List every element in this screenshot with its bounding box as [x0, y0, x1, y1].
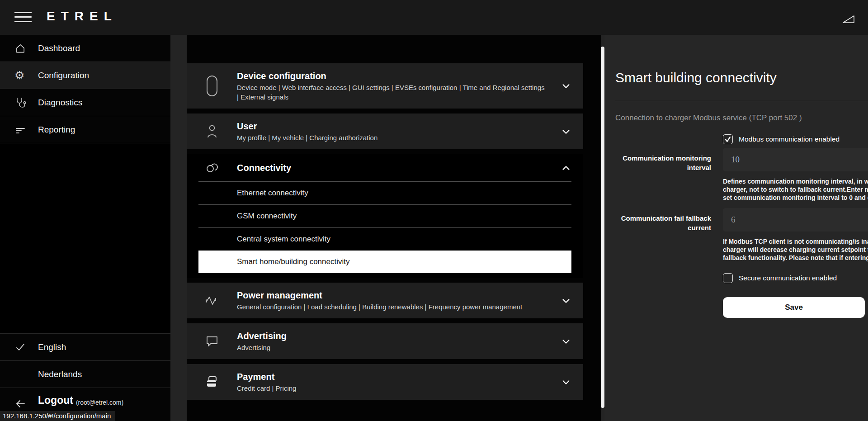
stethoscope-icon — [14, 97, 34, 109]
sidebar-item-label: Dashboard — [38, 43, 80, 53]
language-item-nederlands[interactable]: Nederlands — [0, 360, 170, 388]
section-title: Advertising — [237, 330, 545, 342]
section-subtitle: General configuration | Load scheduling … — [237, 302, 545, 312]
sidebar-item-diagnostics[interactable]: Diagnostics — [0, 89, 170, 116]
smart-building-connectivity-panel: Smart building connectivity Connection t… — [604, 35, 868, 421]
chevron-up-icon[interactable] — [549, 163, 583, 173]
section-payment[interactable]: Payment Credit card | Pricing — [187, 364, 583, 400]
section-connectivity-header[interactable]: Connectivity — [187, 154, 583, 181]
signal-strength-icon — [842, 14, 855, 24]
fallback-current-help: If Modbus TCP client is not communicatin… — [723, 237, 868, 262]
secure-communication-checkbox[interactable]: Secure communication enabled — [723, 273, 868, 283]
report-icon — [14, 124, 34, 136]
topbar: ETREL — [0, 0, 868, 35]
panel-intro-text: Connection to charger Modbus service (TC… — [615, 114, 868, 123]
status-url: 192.168.1.250/#!/configuration/main — [0, 411, 115, 421]
modbus-communication-checkbox[interactable]: Modbus communication enabled — [723, 134, 868, 144]
section-power-management[interactable]: Power management General configuration |… — [187, 283, 583, 318]
language-label: Nederlands — [38, 369, 82, 379]
section-advertising[interactable]: Advertising Advertising — [187, 323, 583, 359]
panel-divider — [615, 101, 868, 101]
chevron-down-icon[interactable] — [549, 296, 583, 306]
section-subtitle: My profile | My vehicle | Charging autho… — [237, 133, 545, 142]
wave-icon — [187, 295, 237, 307]
logout-label: Logout — [38, 394, 73, 407]
check-icon — [14, 341, 34, 353]
monitoring-interval-input[interactable] — [723, 148, 868, 171]
fallback-current-input[interactable] — [723, 208, 868, 232]
section-user[interactable]: User My profile | My vehicle | Charging … — [187, 114, 583, 149]
gear-icon: ⚙ — [14, 70, 34, 81]
checkbox-label: Modbus communication enabled — [739, 135, 840, 143]
section-subtitle: Credit card | Pricing — [237, 383, 545, 393]
subitem-ethernet-connectivity[interactable]: Ethernet connectivity — [198, 182, 571, 204]
panel-title: Smart building connectivity — [615, 69, 868, 87]
sidebar-bottom: English Nederlands Logout (root@etrel.co… — [0, 333, 170, 421]
sidebar-item-label: Diagnostics — [38, 98, 82, 108]
field-label-fallback-current: Communication fail fallback current — [615, 208, 711, 262]
monitoring-interval-help: Defines communication monitoring interva… — [723, 177, 868, 202]
etrel-logo: ETREL — [47, 9, 118, 24]
checkbox-checked-icon[interactable] — [723, 134, 733, 144]
speech-bubble-icon — [187, 335, 237, 348]
sidebar-item-label: Configuration — [38, 71, 89, 80]
sidebar-item-configuration[interactable]: ⚙ Configuration — [0, 62, 170, 89]
sidebar-item-dashboard[interactable]: Dashboard — [0, 35, 170, 62]
checkbox-label: Secure communication enabled — [739, 274, 837, 282]
section-title: User — [237, 120, 545, 132]
sidebar-item-reporting[interactable]: Reporting — [0, 116, 170, 143]
arrow-left-icon — [14, 398, 34, 410]
link-icon — [187, 161, 237, 174]
checkbox-unchecked-icon[interactable] — [723, 273, 733, 283]
language-item-english[interactable]: English — [0, 333, 170, 360]
sidebar: Dashboard ⚙ Configuration Diagnostics Re… — [0, 35, 170, 421]
save-button[interactable]: Save — [723, 297, 865, 318]
chevron-down-icon[interactable] — [549, 127, 583, 137]
subitem-central-system-connectivity[interactable]: Central system connectivity — [198, 228, 571, 251]
user-icon — [187, 124, 237, 139]
home-icon — [14, 43, 34, 54]
section-title: Payment — [237, 371, 545, 383]
credit-card-icon — [187, 375, 237, 389]
sidebar-item-label: Reporting — [38, 125, 75, 135]
section-connectivity: Connectivity Ethernet connectivity GSM c… — [187, 154, 583, 278]
device-icon — [187, 75, 237, 97]
section-device-configuration[interactable]: Device configuration Device mode | Web i… — [187, 63, 583, 109]
section-title: Power management — [237, 289, 545, 302]
section-subtitle: Advertising — [237, 343, 545, 352]
logout-account: (root@etrel.com) — [76, 399, 123, 406]
connectivity-sublist: Ethernet connectivity GSM connectivity C… — [198, 181, 571, 273]
configuration-list: Device configuration Device mode | Web i… — [187, 35, 601, 421]
chevron-down-icon[interactable] — [549, 336, 583, 346]
chevron-down-icon[interactable] — [549, 81, 583, 91]
language-label: English — [38, 342, 66, 352]
chevron-down-icon[interactable] — [549, 377, 583, 387]
panel-scrollbar[interactable] — [601, 47, 604, 408]
subitem-gsm-connectivity[interactable]: GSM connectivity — [198, 205, 571, 227]
hamburger-menu-icon[interactable] — [14, 12, 32, 24]
section-subtitle: Device mode | Web interface access | GUI… — [237, 83, 545, 102]
subitem-smart-home-building-connectivity[interactable]: Smart home/building connectivity — [198, 251, 571, 273]
section-title: Device configuration — [237, 70, 545, 82]
field-label-monitoring-interval: Communication monitoring interval — [615, 148, 711, 202]
section-title: Connectivity — [237, 162, 545, 174]
